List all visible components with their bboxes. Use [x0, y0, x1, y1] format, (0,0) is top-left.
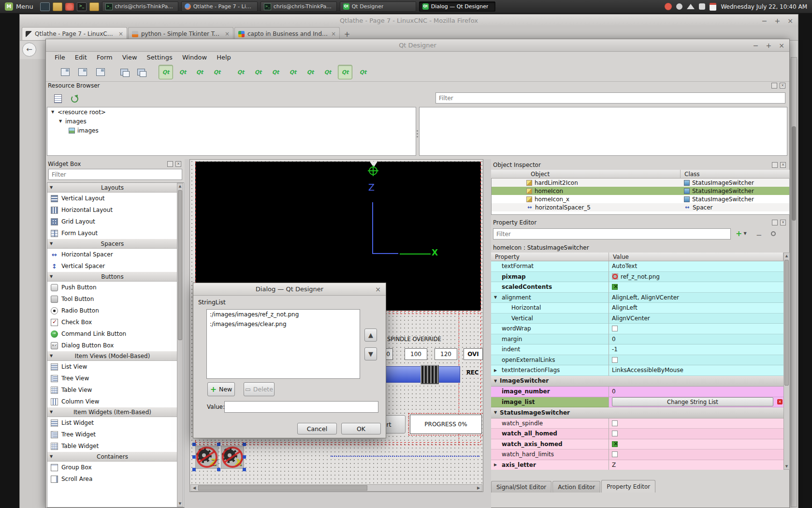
scrollbar-thumb[interactable] — [198, 485, 367, 491]
expand-arrow-icon[interactable]: ▼ — [494, 295, 497, 299]
selection-handle[interactable] — [217, 443, 220, 446]
splitter-handle[interactable] — [416, 126, 419, 141]
widget-item-vertical-layout[interactable]: Vertical Layout — [47, 193, 177, 204]
maximize-icon[interactable]: + — [775, 17, 781, 25]
change-string-list-button[interactable]: Change String List — [612, 397, 773, 406]
widget-section-buttons[interactable]: ▼Buttons — [47, 272, 177, 282]
property-row-scaledcontents[interactable]: scaledContents — [491, 282, 783, 293]
widget-item-group-box[interactable]: Group Box — [47, 462, 177, 473]
spindle-override-label[interactable]: SPINDLE OVERRIDE — [387, 336, 441, 343]
scroll-right-icon[interactable]: ▶ — [475, 485, 482, 491]
checkbox[interactable] — [612, 451, 618, 457]
widget-box-scrollbar[interactable]: ▲ ▼ — [177, 183, 183, 507]
widget-item-column-view[interactable]: Column View — [47, 396, 177, 407]
form-h-scrollbar[interactable]: ◀ ▶ — [190, 484, 482, 492]
property-row-margin[interactable]: margin 0 — [491, 334, 783, 345]
property-row-watch-hard-limits[interactable]: watch_hard_limits — [491, 449, 783, 460]
widget-item-tool-button[interactable]: Tool Button — [47, 293, 177, 305]
progress-bar[interactable]: PROGRESS 0% — [410, 415, 482, 434]
terminal-launcher-icon[interactable]: >_ — [77, 2, 87, 11]
remove-dynamic-property-button[interactable]: − — [756, 231, 762, 239]
home-icon-widget-z[interactable]: Z — [195, 446, 218, 469]
expand-arrow-icon[interactable]: ▶ — [494, 463, 497, 467]
resource-root-item[interactable]: ▼ <resource root> — [47, 107, 416, 117]
menu-window[interactable]: Window — [177, 52, 212, 62]
checkbox[interactable] — [612, 357, 618, 363]
object-row-homeicon-x[interactable]: homeIcon_x StatusImageSwitcher — [492, 195, 789, 203]
checkbox[interactable] — [612, 326, 618, 331]
menu-help[interactable]: Help — [212, 52, 236, 62]
add-dynamic-property-button[interactable]: +▼ — [736, 229, 747, 238]
resource-images-prefix-item[interactable]: images — [47, 126, 416, 135]
move-up-button[interactable]: ▲ — [364, 329, 377, 342]
property-row-textinteractionflags[interactable]: ▶textInteractionFlags LinksAccessibleByM… — [491, 365, 783, 376]
object-row-homeicon[interactable]: homeIcon StatusImageSwitcher — [492, 187, 789, 195]
edit-buddies-button[interactable]: Qt — [192, 65, 207, 79]
widget-item-command-link-button[interactable]: Command Link Button — [47, 328, 177, 340]
widget-box-header[interactable]: Widget Box × — [48, 160, 183, 168]
expand-arrow-icon[interactable]: ▶ — [494, 368, 497, 373]
edit-tab-order-button[interactable]: Qt — [210, 65, 224, 79]
open-form-button[interactable] — [75, 65, 90, 79]
scroll-down-icon[interactable]: ▼ — [784, 464, 789, 468]
widget-item-scroll-area[interactable]: Scroll Area — [47, 473, 177, 485]
expand-arrow-icon[interactable]: ▼ — [58, 119, 63, 123]
property-row-axis-letter[interactable]: ▶axis_letter Z — [491, 460, 783, 470]
close-dock-icon[interactable]: × — [175, 161, 181, 167]
property-row-watch-spindle[interactable]: watch_spindle — [491, 418, 783, 429]
home-icon-widget-x[interactable]: X — [221, 446, 244, 469]
slider-handle[interactable] — [420, 365, 439, 384]
widget-item-check-box[interactable]: Check Box — [47, 316, 177, 328]
widget-item-tree-view[interactable]: Tree View — [47, 373, 177, 384]
close-icon[interactable]: × — [779, 42, 784, 49]
scroll-down-icon[interactable]: ▼ — [177, 502, 183, 506]
firefox-tab-python[interactable]: python - Simple Tkinter Togg... × — [128, 27, 233, 40]
menu-file[interactable]: File — [50, 52, 70, 62]
menu-edit[interactable]: Edit — [70, 52, 92, 62]
override-value-100[interactable]: 100 — [405, 348, 427, 360]
back-button[interactable]: ← — [22, 43, 36, 57]
edit-resources-button[interactable] — [51, 91, 65, 106]
stringlist-listbox[interactable]: :/images/images/ref_z_not.png :/images/i… — [206, 309, 360, 379]
tab-signal-slot-editor[interactable]: Signal/Slot Editor — [491, 481, 551, 493]
menu-form[interactable]: Form — [92, 52, 117, 62]
selection-handle[interactable] — [243, 455, 246, 459]
close-dock-icon[interactable]: × — [780, 220, 786, 225]
minimize-icon[interactable]: − — [753, 42, 759, 49]
tab-close-icon[interactable]: × — [225, 30, 230, 37]
app-launcher-icon[interactable] — [65, 3, 74, 11]
float-dock-icon[interactable] — [771, 83, 777, 89]
widget-section-item-widgets[interactable]: ▼Item Widgets (Item-Based) — [47, 407, 177, 417]
widget-item-form-layout[interactable]: Form Layout — [47, 227, 177, 239]
update-manager-icon[interactable] — [665, 3, 672, 10]
user-applet-icon[interactable] — [676, 3, 682, 10]
break-layout-button[interactable]: Qt — [338, 65, 352, 79]
scrollbar-thumb[interactable] — [792, 126, 796, 221]
widget-item-push-button[interactable]: Push Button — [47, 282, 177, 293]
object-inspector-header[interactable]: Object Inspector × — [493, 161, 788, 169]
copy-button[interactable] — [117, 65, 131, 79]
widget-item-grid-layout[interactable]: Grid Layout — [47, 216, 177, 227]
maximize-icon[interactable]: + — [766, 42, 772, 49]
save-form-button[interactable] — [93, 65, 108, 79]
reset-property-icon[interactable]: × — [777, 399, 783, 404]
checkbox[interactable] — [612, 441, 618, 447]
column-class[interactable]: Class — [681, 170, 790, 179]
taskbar-window-dialog[interactable]: Qt Dialog — Qt Designer — [419, 1, 495, 12]
checkbox[interactable] — [612, 284, 618, 290]
taskbar-window-terminal-2[interactable]: >_ chris@chris-ThinkPa... — [261, 1, 337, 12]
scrollbar-thumb[interactable] — [784, 260, 789, 386]
float-dock-icon[interactable] — [772, 220, 778, 225]
close-dock-icon[interactable]: × — [780, 83, 785, 89]
minimize-icon[interactable]: − — [762, 17, 768, 25]
close-icon[interactable]: × — [375, 285, 381, 293]
property-filter-input[interactable] — [493, 228, 731, 239]
column-property[interactable]: Property — [491, 253, 609, 261]
property-row-alignment[interactable]: ▼alignment AlignLeft, AlignVCenter — [491, 293, 783, 303]
object-row-hardlimit2icon[interactable]: hardLimit2Icon StatusImageSwitcher — [492, 179, 789, 187]
override-value-120[interactable]: 120 — [435, 348, 457, 360]
tab-property-editor[interactable]: Property Editor — [601, 480, 655, 493]
property-row-image-list[interactable]: image_list Change String List× — [491, 397, 783, 408]
value-input[interactable] — [224, 401, 378, 413]
widget-section-spacers[interactable]: ▼Spacers — [47, 239, 177, 249]
